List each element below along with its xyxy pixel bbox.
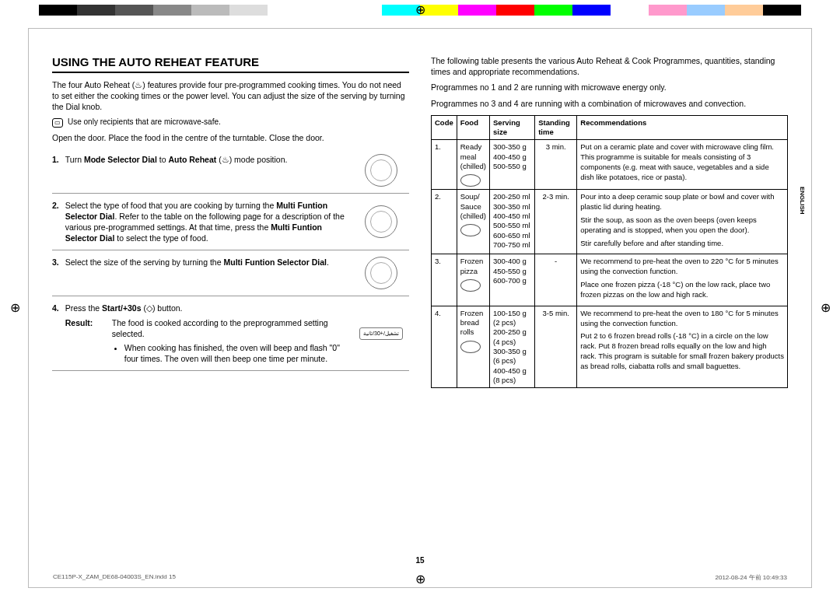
cell-serving: 200-250 ml300-350 ml400-450 ml500-550 ml… [490,190,535,254]
table-row: 4.Frozenbreadrolls100-150 g(2 pcs)200-25… [432,306,788,388]
cell-recommendation: Put on a ceramic plate and cover with mi… [577,140,788,190]
table-intro: Programmes no 1 and 2 are running with m… [431,82,788,93]
section-heading: USING THE AUTO REHEAT FEATURE [52,55,409,73]
registration-mark-icon: ⊕ [413,3,427,17]
step-number: 1. [52,154,59,187]
result-text: The food is cooked according to the prep… [112,317,347,365]
result-block: Result:The food is cooked according to t… [65,317,347,365]
dial-icon [365,205,397,238]
cell-recommendation: We recommend to pre-heat the oven to 180… [577,306,788,388]
step: 4.Press the Start/+30s (◇) button.Result… [52,296,409,371]
cell-food: Frozenbreadrolls [457,306,489,388]
food-icon [460,174,481,187]
start-button-figure: تشغيل/+30/ثانية [359,327,403,340]
cell-recommendation: We recommend to pre-heat the oven to 220… [577,254,788,306]
step-number: 4. [52,303,59,364]
footer-timestamp: 2012-08-24 午前 10:49:33 [715,573,787,582]
cell-standing: 3 min. [535,140,577,190]
container-icon: ▭ [52,118,63,128]
result-label: Result: [65,317,103,365]
page-number: 15 [0,556,840,565]
cell-standing: 2-3 min. [535,190,577,254]
cell-code: 4. [432,306,457,388]
step-figure [353,257,409,289]
print-footer: CE115P-X_ZAM_DE68-04003S_EN.indd 15 2012… [53,573,787,582]
table-row: 3.Frozenpizza300-400 g450-550 g600-700 g… [432,254,788,306]
cell-serving: 300-350 g400-450 g500-550 g [490,140,535,190]
cell-recommendation: Pour into a deep ceramic soup plate or b… [577,190,788,254]
step-text: Press the Start/+30s (◇) button.Result:T… [65,303,347,364]
table-intro: The following table presents the various… [431,55,788,77]
step-number: 2. [52,200,59,244]
table-row: 2.Soup/Sauce(chilled)200-250 ml300-350 m… [432,190,788,254]
cell-food: Readymeal(chilled) [457,140,489,190]
page-frame: USING THE AUTO REHEAT FEATURE The four A… [28,28,812,588]
dial-icon [365,257,397,289]
safe-note: Use only recipients that are microwave-s… [68,117,221,126]
step: 3.Select the size of the serving by turn… [52,250,409,296]
steps-list: 1.Turn Mode Selector Dial to Auto Reheat… [52,148,409,372]
table-row: 1.Readymeal(chilled)300-350 g400-450 g50… [432,140,788,190]
table-intro: Programmes no 3 and 4 are running with a… [431,98,788,109]
step-text: Turn Mode Selector Dial to Auto Reheat (… [65,154,347,187]
left-column: USING THE AUTO REHEAT FEATURE The four A… [52,55,409,573]
cell-code: 2. [432,190,457,254]
cell-serving: 300-400 g450-550 g600-700 g [490,254,535,306]
footer-filename: CE115P-X_ZAM_DE68-04003S_EN.indd 15 [53,573,176,582]
registration-mark-icon: ⊕ [818,301,832,315]
step-text: Select the type of food that you are coo… [65,200,347,244]
dial-icon [365,154,397,187]
cell-standing: - [535,254,577,306]
open-door-text: Open the door. Place the food in the cen… [52,132,409,143]
cell-code: 3. [432,254,457,306]
table-header: Serving size [490,115,535,140]
step-text: Select the size of the serving by turnin… [65,257,347,289]
right-column: The following table presents the various… [431,55,788,573]
table-header: Food [457,115,489,140]
cell-code: 1. [432,140,457,190]
table-header: Code [432,115,457,140]
table-header: Standing time [535,115,577,140]
registration-mark-icon: ⊕ [8,301,22,315]
cell-food: Frozenpizza [457,254,489,306]
result-bullet: When cooking has finished, the oven will… [124,342,347,364]
cell-serving: 100-150 g(2 pcs)200-250 g(4 pcs)300-350 … [490,306,535,388]
food-icon [460,341,481,353]
auto-reheat-table: CodeFoodServing sizeStanding timeRecomme… [431,115,788,389]
step-number: 3. [52,257,59,289]
food-icon [460,224,481,236]
step: 2.Select the type of food that you are c… [52,194,409,251]
cell-standing: 3-5 min. [535,306,577,388]
cell-food: Soup/Sauce(chilled) [457,190,489,254]
step-figure [353,154,409,187]
step-figure [353,200,409,244]
food-icon [460,279,481,292]
intro-text: The four Auto Reheat (♨) features provid… [52,79,409,113]
table-header: Recommendations [577,115,788,140]
step: 1.Turn Mode Selector Dial to Auto Reheat… [52,148,409,194]
step-figure: تشغيل/+30/ثانية [353,303,409,364]
